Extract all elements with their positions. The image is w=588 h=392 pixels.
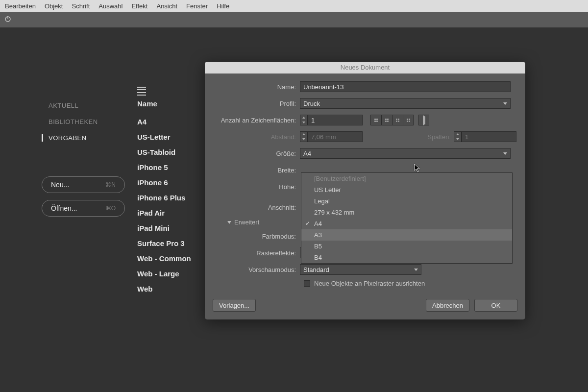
ok-button[interactable]: OK	[474, 299, 517, 312]
artboard-direction-group	[418, 115, 429, 125]
triangle-down-icon	[227, 221, 231, 224]
control-bar	[0, 12, 588, 27]
open-button-label: Öffnen...	[51, 204, 77, 212]
menu-item[interactable]: Objekt	[45, 2, 63, 10]
chevron-down-icon	[414, 269, 418, 271]
select-profile-value: Druck	[303, 100, 320, 107]
size-dropdown-list: [Benutzerdefiniert] US Letter Legal 279 …	[301, 172, 513, 264]
preset-item[interactable]: US-Tabloid	[137, 148, 191, 156]
size-option[interactable]: B4	[301, 252, 512, 263]
new-button-shortcut: ⌘N	[105, 181, 116, 188]
templates-button[interactable]: Vorlagen...	[213, 299, 256, 312]
label-columns: Spalten:	[427, 133, 454, 141]
label-raster: Rastereffekte:	[211, 249, 300, 257]
size-option-selected[interactable]: A4	[301, 218, 512, 229]
menu-item[interactable]: Ansicht	[156, 2, 177, 10]
menu-item[interactable]: Schrift	[72, 2, 90, 10]
mouse-cursor-icon	[414, 164, 421, 174]
preset-item[interactable]: Web	[137, 285, 191, 293]
app-menu-bar: Bearbeiten Objekt Schrift Auswahl Effekt…	[0, 0, 588, 12]
label-artboards: Anzahl an Zeichenflächen:	[211, 117, 300, 124]
menu-item[interactable]: Bearbeiten	[5, 2, 36, 10]
input-artboards[interactable]	[308, 115, 363, 125]
label-name: Name:	[211, 83, 300, 91]
preset-item[interactable]: iPhone 5	[137, 163, 191, 172]
select-size-value: A4	[303, 150, 311, 157]
menu-item[interactable]: Effekt	[131, 2, 147, 10]
tab-recent[interactable]: AKTUELL	[42, 102, 208, 109]
new-button-label: Neu...	[51, 181, 69, 189]
new-document-dialog: Neues Dokument Name: Profil: Druck Anzah…	[205, 62, 525, 319]
list-view-icon[interactable]	[137, 87, 146, 96]
chevron-down-icon	[503, 152, 507, 155]
input-name[interactable]	[300, 81, 511, 92]
preset-item[interactable]: iPad Mini	[137, 224, 191, 232]
select-preview-value: Standard	[303, 266, 329, 273]
preset-item[interactable]: iPad Air	[137, 209, 191, 217]
label-height: Höhe:	[211, 183, 300, 191]
arrange-icon[interactable]	[370, 115, 381, 125]
align-pixel-label: Neue Objekte an Pixelraster ausrichten	[314, 280, 425, 287]
preset-item[interactable]: iPhone 6	[137, 178, 191, 187]
new-button[interactable]: Neu... ⌘N	[42, 176, 125, 193]
start-panel: Name AKTUELL BIBLIOTHEKEN VORGABEN A4 US…	[42, 88, 208, 142]
advanced-label: Erweitert	[234, 219, 259, 226]
preset-item[interactable]: US-Letter	[137, 133, 191, 141]
arrange-icon[interactable]	[403, 115, 414, 125]
label-preview: Vorschaumodus:	[211, 266, 300, 273]
home-icon[interactable]	[4, 15, 12, 24]
direction-icon[interactable]	[418, 115, 429, 125]
size-option[interactable]: B5	[301, 241, 512, 252]
open-button[interactable]: Öffnen... ⌘O	[42, 200, 125, 217]
menu-item[interactable]: Auswahl	[98, 2, 122, 10]
columns-stepper	[454, 131, 462, 142]
preset-item[interactable]: iPhone 6 Plus	[137, 194, 191, 202]
size-option[interactable]: 279 x 432 mm	[301, 207, 512, 218]
open-button-shortcut: ⌘O	[105, 205, 116, 212]
preset-item[interactable]: Web - Large	[137, 270, 191, 278]
label-colormode: Farbmodus:	[211, 233, 300, 240]
arrange-icon[interactable]	[392, 115, 403, 125]
label-size: Größe:	[211, 150, 300, 157]
size-option-custom[interactable]: [Benutzerdefiniert]	[301, 173, 512, 184]
arrange-icon[interactable]	[381, 115, 392, 125]
label-spacing: Abstand:	[211, 133, 300, 141]
input-spacing	[308, 131, 363, 142]
label-width: Breite:	[211, 167, 300, 174]
label-bleed: Anschnitt:	[211, 204, 300, 211]
input-columns	[462, 131, 516, 142]
select-profile[interactable]: Druck	[300, 98, 511, 109]
artboards-stepper[interactable]	[300, 115, 308, 125]
label-profile: Profil:	[211, 100, 300, 107]
preset-item[interactable]: Surface Pro 3	[137, 239, 191, 247]
chevron-down-icon	[503, 102, 507, 105]
size-option[interactable]: US Letter	[301, 184, 512, 196]
align-pixel-checkbox[interactable]	[304, 280, 310, 287]
size-option-hovered[interactable]: A3	[301, 229, 512, 241]
menu-item[interactable]: Fenster	[186, 2, 208, 10]
preset-list: A4 US-Letter US-Tabloid iPhone 5 iPhone …	[137, 118, 191, 293]
column-header-name: Name	[137, 99, 157, 108]
preset-item[interactable]: Web - Common	[137, 254, 191, 263]
spacing-stepper	[300, 131, 308, 142]
select-size[interactable]: A4	[300, 148, 511, 159]
dialog-title: Neues Dokument	[205, 62, 525, 74]
grid-view-icon[interactable]	[153, 87, 162, 96]
preset-item[interactable]: A4	[137, 118, 191, 126]
menu-item[interactable]: Hilfe	[217, 2, 229, 10]
cancel-button[interactable]: Abbrechen	[426, 299, 469, 312]
select-preview[interactable]: Standard	[300, 264, 421, 275]
size-option[interactable]: Legal	[301, 196, 512, 207]
artboard-arrange-group	[370, 115, 414, 125]
